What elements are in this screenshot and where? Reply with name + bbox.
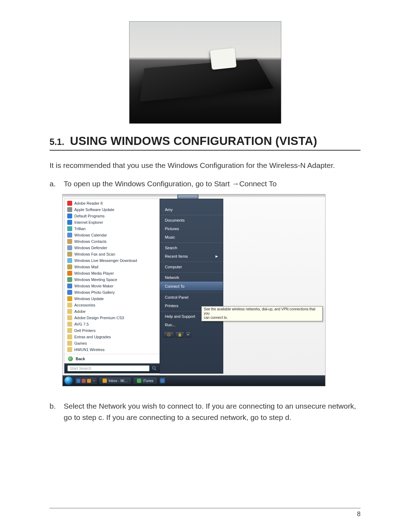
program-icon xyxy=(67,303,72,308)
program-label: Trillian xyxy=(74,227,86,231)
program-label: Windows Calendar xyxy=(74,233,107,237)
program-item[interactable]: Windows Media Player xyxy=(64,270,160,276)
start-orb[interactable] xyxy=(64,376,73,385)
program-label: Dell Printers xyxy=(74,328,96,333)
program-icon xyxy=(67,334,72,339)
program-icon xyxy=(67,252,72,257)
program-icon xyxy=(67,207,72,212)
right-item-amy[interactable]: Amy xyxy=(160,205,223,214)
search-icon xyxy=(152,366,157,371)
right-item-run[interactable]: Run... xyxy=(160,321,223,329)
vista-start-menu-screenshot: Adobe Reader 8Apple Software UpdateDefau… xyxy=(62,194,326,386)
step-a-marker: a. xyxy=(50,178,57,189)
power-off-button[interactable]: ⏻ xyxy=(163,331,174,338)
connect-to-tooltip: See the available wireless networks, dia… xyxy=(201,306,323,321)
program-label: Games xyxy=(74,341,87,345)
svg-point-0 xyxy=(152,367,155,369)
program-item[interactable]: Adobe Design Premium CS3 xyxy=(64,315,160,321)
right-item-label: Computer xyxy=(165,265,182,269)
taskbar-item-empty[interactable] xyxy=(159,377,166,385)
start-menu-right-column: AmyDocumentsPicturesMusicSearchRecent It… xyxy=(160,199,223,374)
program-item[interactable]: Windows Calendar xyxy=(64,232,160,238)
program-item[interactable]: Windows Mail xyxy=(64,264,160,270)
program-item[interactable]: Accessories xyxy=(64,302,160,308)
program-icon xyxy=(67,322,72,327)
quick-launch-chevron-icon[interactable]: » xyxy=(92,379,96,382)
itunes-icon xyxy=(137,379,141,383)
right-item-search[interactable]: Search xyxy=(160,242,223,252)
right-item-computer[interactable]: Computer xyxy=(160,262,223,271)
program-item[interactable]: HWUN1 Wireless xyxy=(64,346,160,353)
right-item-pictures[interactable]: Pictures xyxy=(160,224,223,233)
start-menu-left-column: Adobe Reader 8Apple Software UpdateDefau… xyxy=(64,199,160,374)
outlook-icon xyxy=(103,379,107,383)
right-item-documents[interactable]: Documents xyxy=(160,215,223,224)
program-label: Windows Defender xyxy=(74,246,107,250)
page-footer: 8 xyxy=(50,508,361,518)
program-label: Adobe xyxy=(74,309,86,314)
program-item[interactable]: Adobe xyxy=(64,308,160,315)
power-buttons: ⏻ 🔒 ▸ xyxy=(160,329,223,340)
section-heading: 5.1. USING WINDOWS CONFIGURATION (VISTA) xyxy=(50,134,361,151)
program-item[interactable]: Adobe Reader 8 xyxy=(64,200,160,206)
program-item[interactable]: Games xyxy=(64,340,160,346)
program-item[interactable]: Windows Defender xyxy=(64,245,160,251)
start-search-row: Start Search xyxy=(64,363,160,373)
program-item[interactable]: Windows Update xyxy=(64,296,160,302)
program-label: Extras and Upgrades xyxy=(74,335,111,339)
program-item[interactable]: AVG 7.5 xyxy=(64,321,160,327)
program-icon xyxy=(67,328,72,333)
quick-launch-icon[interactable] xyxy=(87,379,91,383)
tooltip-line1: See the available wireless networks, dia… xyxy=(204,307,320,316)
program-item[interactable]: Windows Contacts xyxy=(64,238,160,245)
quick-launch-icon[interactable] xyxy=(76,379,80,383)
right-item-network[interactable]: Network xyxy=(160,272,223,282)
program-icon xyxy=(67,239,72,244)
program-icon xyxy=(67,283,72,288)
program-label: Windows Movie Maker xyxy=(74,284,114,288)
program-item[interactable]: Dell Printers xyxy=(64,327,160,334)
program-item[interactable]: Trillian xyxy=(64,226,160,232)
step-a-suffix: Connect To xyxy=(239,180,277,188)
program-label: Apple Software Update xyxy=(74,207,114,212)
program-item[interactable]: Windows Photo Gallery xyxy=(64,289,160,296)
program-item[interactable]: Windows Movie Maker xyxy=(64,283,160,289)
step-b: b. Select the Network you wish to connec… xyxy=(50,401,361,423)
program-item[interactable]: Windows Fax and Scan xyxy=(64,251,160,257)
right-item-label: Printers xyxy=(165,304,178,308)
program-label: Accessories xyxy=(74,303,95,307)
right-item-recent-items[interactable]: Recent Items▶ xyxy=(160,252,223,261)
program-icon xyxy=(67,271,72,276)
program-item[interactable]: Apple Software Update xyxy=(64,206,160,213)
program-item[interactable]: Extras and Upgrades xyxy=(64,334,160,340)
right-item-connect-to[interactable]: Connect To xyxy=(160,282,223,291)
step-a-text: To open up the Windows Configuration, go… xyxy=(64,178,361,189)
start-search-input[interactable]: Start Search xyxy=(67,365,150,372)
program-icon xyxy=(67,277,72,282)
program-label: Windows Media Player xyxy=(74,271,114,275)
taskbar-item-itunes[interactable]: iTunes xyxy=(133,377,157,385)
program-icon xyxy=(67,309,72,314)
program-label: Adobe Design Premium CS3 xyxy=(74,316,124,320)
program-icon xyxy=(67,347,72,352)
right-item-control-panel[interactable]: Control Panel xyxy=(160,292,223,302)
program-icon xyxy=(67,296,72,301)
lock-button[interactable]: 🔒 xyxy=(175,331,184,338)
right-item-label: Pictures xyxy=(165,227,179,231)
taskbar-item-inbox[interactable]: Inbox - Mi… xyxy=(99,377,132,385)
program-item[interactable]: Windows Meeting Space xyxy=(64,276,160,283)
program-icon xyxy=(67,341,72,346)
right-item-music[interactable]: Music xyxy=(160,233,223,241)
program-item[interactable]: Default Programs xyxy=(64,213,160,219)
program-item[interactable]: Windows Live Messenger Download xyxy=(64,257,160,264)
program-item[interactable]: Internet Explorer xyxy=(64,219,160,226)
program-icon xyxy=(67,233,72,238)
arrow-icon: → xyxy=(232,180,239,188)
program-icon xyxy=(67,201,72,206)
power-menu-button[interactable]: ▸ xyxy=(185,331,191,338)
taskbar-item-label: iTunes xyxy=(143,379,154,383)
quick-launch-icon[interactable] xyxy=(82,379,86,383)
step-b-text: Select the Network you wish to connect t… xyxy=(64,401,361,423)
back-button[interactable]: Back xyxy=(64,354,160,363)
program-label: HWUN1 Wireless xyxy=(74,347,105,352)
